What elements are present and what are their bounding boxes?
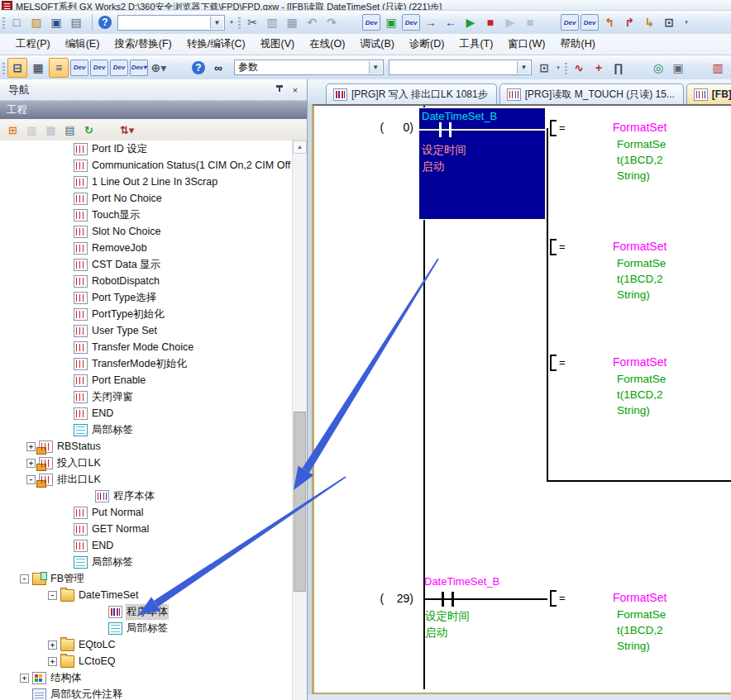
tree-item-transfer-mode-choice[interactable]: Transfer Mode Choice: [0, 339, 293, 355]
tree-item-input-lk[interactable]: + 投入口LK: [0, 455, 293, 471]
device-pair-icon[interactable]: Dev: [110, 60, 128, 76]
tree-item-rbstatus[interactable]: + RBStatus: [0, 438, 293, 455]
tree-item-port-type-choice[interactable]: Port Type选择: [0, 289, 293, 306]
ladder-editor-canvas[interactable]: ( 0) DateTimeSet_B 设定时间 启动 = FormatSet F…: [312, 104, 731, 694]
menu-item[interactable]: 工程(P): [8, 34, 58, 55]
device-write-icon[interactable]: Dev: [362, 14, 380, 31]
tab-prg-read-mtouch[interactable]: [PRG]读取 M_TOUCH (只读) 15...: [499, 83, 684, 104]
tree-item-communication-status[interactable]: Communication Status(1 CIM On,2 CIM Off: [0, 157, 293, 174]
tree-item-slot-no-choice[interactable]: Slot No Choice: [0, 223, 293, 240]
tree-item-program-body-1[interactable]: 程序本体: [0, 488, 293, 504]
device-display-2-icon[interactable]: Dev: [580, 14, 599, 31]
device-comment-icon[interactable]: Dev: [70, 60, 88, 76]
tree-item-get-normal[interactable]: GET Normal: [0, 521, 293, 537]
device-grid-icon[interactable]: Dev: [90, 60, 108, 76]
open-file-button[interactable]: ▨: [27, 13, 45, 31]
expand-toggle-icon[interactable]: +: [48, 657, 57, 666]
tree-item-port-id[interactable]: Port ID 设定: [0, 140, 293, 157]
tree-item-program-body-2[interactable]: 程序本体: [0, 603, 293, 620]
pin-icon[interactable]: [273, 83, 286, 96]
find-button[interactable]: ∞: [209, 59, 227, 77]
menu-item[interactable]: 窗口(W): [500, 34, 552, 55]
screen-display-button[interactable]: ⊡: [660, 13, 678, 31]
cut-button[interactable]: ✂: [243, 13, 261, 31]
menu-item[interactable]: 在线(O): [302, 34, 352, 55]
device-display-dropdown[interactable]: Dev▾: [130, 60, 148, 76]
tab-fb-read-datetimeset[interactable]: [FB]读: [686, 83, 731, 104]
menu-item[interactable]: 编辑(E): [58, 34, 108, 55]
paste-button[interactable]: ▦: [283, 13, 301, 31]
separator[interactable]: [99, 121, 117, 138]
trace-point-button[interactable]: +: [590, 59, 608, 77]
tree-item-datetimeset[interactable]: - DateTimeSet: [0, 587, 293, 603]
tree-item-close-popup[interactable]: 关闭弹窗: [0, 388, 293, 405]
parameter-combobox[interactable]: 参数 ▼: [234, 60, 384, 75]
menu-item[interactable]: 搜索/替换(F): [107, 34, 179, 55]
device-find-dropdown[interactable]: ⊕▾: [150, 59, 168, 77]
monitor-stop-button[interactable]: ■: [481, 13, 499, 31]
jump-next-button[interactable]: ↱: [620, 13, 638, 31]
menu-item[interactable]: 帮助(H): [552, 34, 602, 55]
navigation-toggle-button[interactable]: ⊟: [7, 58, 27, 78]
paste-item-button[interactable]: ▦: [42, 121, 60, 138]
tree-item-local-label-1[interactable]: 局部标签: [0, 421, 293, 438]
expand-toggle-icon[interactable]: +: [26, 442, 36, 451]
menu-item[interactable]: 转换/编译(C): [179, 34, 253, 55]
tree-item-put-normal[interactable]: Put Normal: [0, 504, 293, 521]
project-section-bar[interactable]: 工程: [0, 101, 307, 119]
menu-item[interactable]: 视图(V): [253, 34, 303, 55]
toolbar-overflow-icon[interactable]: ▾: [554, 59, 562, 77]
write-to-plc-button[interactable]: →: [422, 13, 440, 31]
tree-item-end-2[interactable]: END: [0, 537, 293, 554]
print-button[interactable]: ▤: [67, 13, 85, 31]
properties-button[interactable]: ▤: [61, 121, 79, 138]
chevron-down-icon[interactable]: ▼: [517, 61, 530, 74]
trace-curve-button[interactable]: ∿: [570, 59, 588, 77]
tree-item-structure[interactable]: + 结构体: [0, 669, 293, 686]
project-combobox[interactable]: ▼: [117, 15, 225, 31]
watch-search-button[interactable]: ◎: [649, 59, 667, 77]
scroll-up-icon[interactable]: ▲: [293, 140, 307, 154]
tree-item-porttype-init[interactable]: PortType初始化: [0, 306, 293, 322]
tree-item-port-no-choice[interactable]: Port No Choice: [0, 190, 293, 207]
scrollbar-thumb[interactable]: [294, 412, 306, 592]
chevron-down-icon[interactable]: ▼: [369, 61, 382, 74]
undo-button[interactable]: ↶: [303, 13, 321, 31]
tree-item-end-1[interactable]: END: [0, 405, 293, 421]
separator[interactable]: [342, 13, 361, 31]
tree-item-user-type-set[interactable]: User Type Set: [0, 322, 293, 339]
tree-item-robotdispatch[interactable]: RobotDispatch: [0, 273, 293, 289]
copy-button[interactable]: ▥: [263, 13, 281, 31]
expand-toggle-icon[interactable]: -: [48, 591, 57, 600]
save-button[interactable]: ▣: [47, 13, 65, 31]
monitor-stop-disabled-icon[interactable]: ■: [521, 13, 539, 31]
tree-item-eqtolc[interactable]: + EQtoLC: [0, 636, 293, 653]
outline-toggle-button[interactable]: ≡: [49, 58, 69, 78]
separator[interactable]: [541, 13, 559, 31]
tree-item-local-label-3[interactable]: 局部标签: [0, 620, 293, 636]
expand-toggle-icon[interactable]: +: [48, 640, 57, 650]
expand-toggle-icon[interactable]: -: [20, 574, 29, 583]
tree-scrollbar[interactable]: ▲: [292, 140, 307, 700]
sort-dropdown[interactable]: ⇅▾: [118, 121, 136, 138]
read-from-plc-button[interactable]: ←: [442, 13, 460, 31]
new-file-button[interactable]: □: [7, 13, 26, 31]
menu-item[interactable]: 诊断(D): [402, 34, 452, 55]
add-new-item-button[interactable]: ⊞: [4, 121, 22, 138]
tree-item-transfermode-init[interactable]: TransferMode初始化: [0, 355, 293, 372]
close-icon[interactable]: ×: [289, 83, 302, 96]
intelligent-module-button[interactable]: ▦: [29, 59, 47, 77]
secondary-combobox[interactable]: ▼: [389, 60, 532, 75]
tree-item-cst-data[interactable]: CST Data 显示: [0, 256, 293, 273]
tree-item-touch-display[interactable]: Touch显示: [0, 207, 293, 223]
zoom-page-dropdown[interactable]: ⊡: [535, 59, 553, 77]
comparison-instruction[interactable]: = FormatSet FormatSe t(1BCD,2 String): [547, 238, 731, 312]
redo-button[interactable]: ↷: [322, 13, 341, 31]
tree-item-1-line-out[interactable]: 1 Line Out 2 Line In 3Scrap: [0, 174, 293, 190]
jump-previous-button[interactable]: ↰: [600, 13, 619, 31]
expand-toggle-icon[interactable]: -: [26, 475, 36, 484]
chevron-down-icon[interactable]: ▼: [210, 17, 223, 29]
pulse-button[interactable]: ∏: [609, 59, 628, 77]
separator[interactable]: [629, 59, 647, 77]
comparison-instruction[interactable]: = FormatSet FormatSe t(1BCD,2 String): [547, 119, 731, 193]
